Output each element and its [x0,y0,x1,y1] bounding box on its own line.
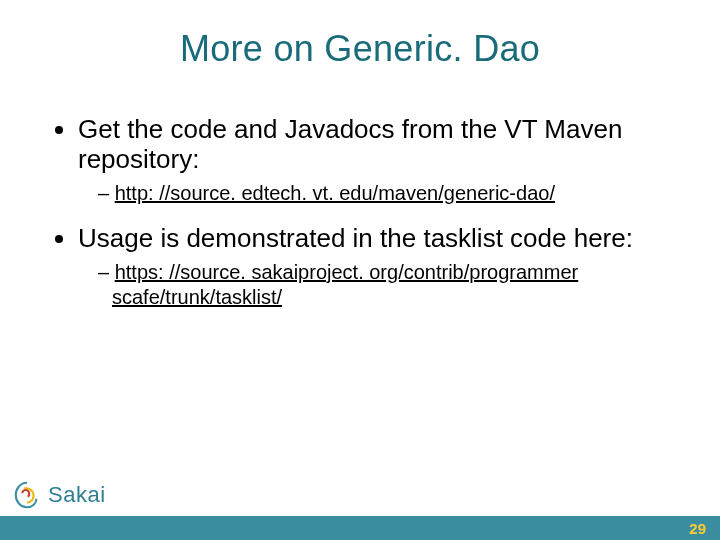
bullet-1: Get the code and Javadocs from the VT Ma… [78,115,670,206]
brand-name: Sakai [48,482,106,508]
page-number: 29 [689,520,706,537]
bullet-2-sub: https: //source. sakaiproject. org/contr… [78,260,670,310]
bullet-2-link-line1[interactable]: https: //source. sakaiproject. org/contr… [115,261,579,283]
bullet-list: Get the code and Javadocs from the VT Ma… [50,115,670,310]
bullet-1-link-item: http: //source. edtech. vt. edu/maven/ge… [98,181,670,206]
footer-bar: 29 [0,516,720,540]
bullet-1-link[interactable]: http: //source. edtech. vt. edu/maven/ge… [115,182,555,204]
slide: More on Generic. Dao Get the code and Ja… [0,0,720,540]
bullet-2-link-item: https: //source. sakaiproject. org/contr… [98,260,670,310]
bullet-2-link-line2[interactable]: scafe/trunk/tasklist/ [112,286,282,308]
slide-title: More on Generic. Dao [0,0,720,70]
bullet-2: Usage is demonstrated in the tasklist co… [78,224,670,310]
bullet-1-sub: http: //source. edtech. vt. edu/maven/ge… [78,181,670,206]
brand-logo: Sakai [12,480,106,510]
bullet-1-text: Get the code and Javadocs from the VT Ma… [78,114,622,174]
logo-icon [12,480,42,510]
slide-body: Get the code and Javadocs from the VT Ma… [0,70,720,310]
bullet-2-text: Usage is demonstrated in the tasklist co… [78,223,633,253]
